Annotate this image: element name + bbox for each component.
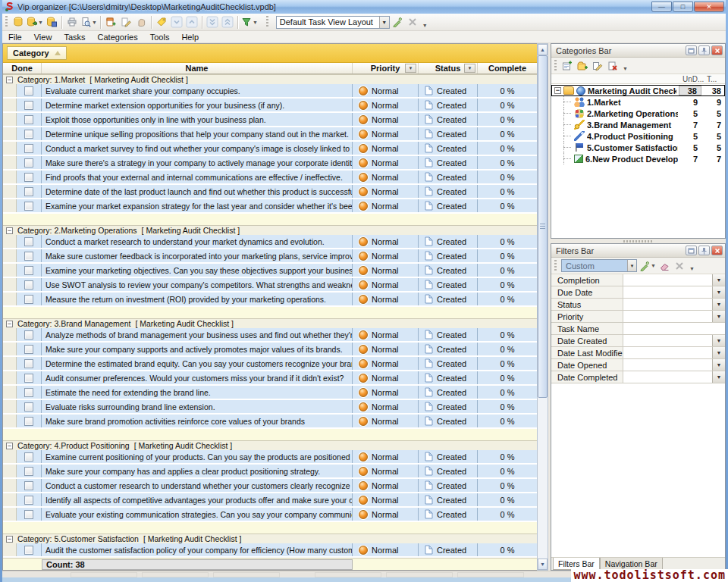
close-panel-icon[interactable]: [711, 246, 723, 255]
done-cell[interactable]: [17, 508, 42, 521]
toolbar-overflow-icon[interactable]: ▼: [422, 23, 428, 28]
filter-value-cell[interactable]: [623, 286, 712, 298]
menu-file[interactable]: File: [2, 32, 28, 42]
column-header-name[interactable]: Name: [42, 63, 353, 74]
tree-category-item[interactable]: 4.Product Positioning 5 5: [551, 130, 725, 142]
priority-cell[interactable]: Normal: [353, 371, 419, 384]
complete-cell[interactable]: 0 %: [478, 508, 537, 521]
complete-task-icon[interactable]: [133, 14, 149, 30]
priority-cell[interactable]: Normal: [353, 493, 419, 506]
complete-cell[interactable]: 0 %: [478, 171, 537, 183]
done-checkbox[interactable]: [24, 252, 33, 261]
complete-cell[interactable]: 0 %: [478, 249, 537, 262]
status-cell[interactable]: Created: [419, 371, 478, 384]
priority-cell[interactable]: Normal: [353, 508, 419, 521]
done-cell[interactable]: [17, 371, 42, 384]
menu-view[interactable]: View: [28, 32, 58, 42]
column-header-undone[interactable]: UnD...: [682, 75, 707, 83]
task-row[interactable]: Determine market extension opportunities…: [3, 99, 537, 113]
category-header-row[interactable]: − Category: 1.Market [ Marketing Audit C…: [3, 74, 537, 84]
complete-cell[interactable]: 0 %: [478, 371, 537, 384]
menu-help[interactable]: Help: [175, 32, 205, 42]
tree-category-item[interactable]: 5.Customer Satisfaction 5 5: [551, 142, 725, 153]
done-checkbox[interactable]: [24, 187, 33, 196]
task-name-cell[interactable]: Estimate the need for extending the bran…: [42, 386, 353, 399]
status-cell[interactable]: Created: [419, 171, 478, 183]
task-row[interactable]: Estimate the need for extending the bran…: [3, 386, 537, 400]
done-checkbox[interactable]: [24, 417, 33, 426]
task-row[interactable]: Audit consumer preferences. Would your c…: [3, 371, 537, 386]
close-button[interactable]: ✕: [694, 2, 724, 12]
tree-category-item[interactable]: 3.Brand Management 7 7: [551, 119, 725, 130]
done-cell[interactable]: [17, 84, 42, 97]
task-row[interactable]: Make sure there's a strategy in your com…: [3, 156, 537, 171]
task-row[interactable]: Find proofs that your external and inter…: [3, 171, 537, 185]
maximize-button[interactable]: □: [673, 2, 693, 12]
done-checkbox[interactable]: [24, 266, 33, 275]
done-cell[interactable]: [17, 264, 42, 277]
done-cell[interactable]: [17, 465, 42, 477]
done-cell[interactable]: [17, 156, 42, 169]
priority-cell[interactable]: Normal: [353, 185, 419, 198]
filter-dropdown-button[interactable]: ▼: [712, 286, 725, 298]
task-name-cell[interactable]: Determine the estimated brand equity. Ca…: [42, 357, 353, 370]
task-row[interactable]: Determine unique selling propositions th…: [3, 127, 537, 142]
task-name-cell[interactable]: Use SWOT analysis to review your company…: [42, 278, 353, 291]
status-cell[interactable]: Created: [419, 199, 478, 212]
task-name-cell[interactable]: Examine current positioning of your prod…: [42, 450, 353, 463]
priority-cell[interactable]: Normal: [353, 142, 419, 155]
done-cell[interactable]: [17, 343, 42, 355]
complete-cell[interactable]: 0 %: [478, 400, 537, 413]
done-checkbox[interactable]: [24, 330, 33, 340]
priority-cell[interactable]: Normal: [353, 235, 419, 248]
complete-cell[interactable]: 0 %: [478, 465, 537, 477]
task-name-cell[interactable]: Make sure your company has and applies a…: [42, 465, 353, 477]
filter-dropdown-button[interactable]: ▼: [712, 311, 725, 322]
move-top-icon[interactable]: [220, 14, 235, 30]
task-row[interactable]: Exploit those opportunities only in line…: [3, 113, 537, 127]
priority-cell[interactable]: Normal: [353, 357, 419, 370]
status-cell[interactable]: Created: [419, 343, 478, 355]
filter-value-cell[interactable]: [623, 323, 712, 334]
done-checkbox[interactable]: [24, 452, 33, 462]
filter-value-cell[interactable]: [623, 299, 712, 310]
toolbar-overflow-icon[interactable]: ▼: [623, 66, 628, 71]
done-checkbox[interactable]: [24, 115, 33, 124]
apply-layout-icon[interactable]: [390, 14, 405, 30]
new-database-icon[interactable]: [11, 14, 26, 30]
status-cell[interactable]: Created: [419, 264, 478, 277]
complete-cell[interactable]: 0 %: [478, 293, 537, 305]
task-name-cell[interactable]: Make sure there's a strategy in your com…: [42, 156, 353, 169]
toolbar-overflow-icon[interactable]: ▼: [689, 266, 695, 271]
priority-cell[interactable]: Normal: [353, 156, 419, 169]
category-header-row[interactable]: − Category: 4.Product Positioning [ Mark…: [3, 440, 537, 450]
column-header-status[interactable]: Status▼: [419, 63, 478, 74]
toolbar-grip[interactable]: [554, 260, 557, 272]
float-panel-icon[interactable]: [686, 246, 697, 255]
scrollbar-track[interactable]: [538, 55, 548, 559]
filter-value-cell[interactable]: [623, 347, 712, 358]
task-name-cell[interactable]: Determine date of the last product launc…: [42, 185, 353, 198]
complete-cell[interactable]: 0 %: [478, 479, 537, 492]
task-name-cell[interactable]: Evaluate risks surrounding brand line ex…: [42, 400, 353, 413]
done-cell[interactable]: [17, 99, 42, 111]
filter-dropdown-button[interactable]: ▼: [712, 347, 725, 358]
filter-value-cell[interactable]: [623, 371, 712, 383]
filter-value-cell[interactable]: [623, 335, 712, 346]
done-checkbox[interactable]: [24, 158, 33, 167]
status-cell[interactable]: Created: [419, 400, 478, 413]
done-checkbox[interactable]: [24, 496, 33, 505]
filter-dropdown-button[interactable]: ▼: [712, 371, 725, 383]
pin-icon[interactable]: [698, 45, 710, 55]
priority-cell[interactable]: Normal: [353, 264, 419, 277]
task-name-cell[interactable]: Evaluate your existing communication str…: [42, 508, 353, 521]
priority-cell[interactable]: Normal: [353, 328, 419, 341]
column-header-total[interactable]: T...: [707, 75, 725, 83]
print-preview-icon[interactable]: ▼: [80, 14, 98, 30]
done-checkbox[interactable]: [24, 101, 33, 110]
task-name-cell[interactable]: Make sure brand promotion activities rei…: [42, 415, 353, 427]
task-name-cell[interactable]: Make sure your company supports and acti…: [42, 343, 353, 355]
done-cell[interactable]: [17, 235, 42, 248]
done-checkbox[interactable]: [24, 144, 33, 153]
complete-cell[interactable]: 0 %: [478, 99, 537, 111]
